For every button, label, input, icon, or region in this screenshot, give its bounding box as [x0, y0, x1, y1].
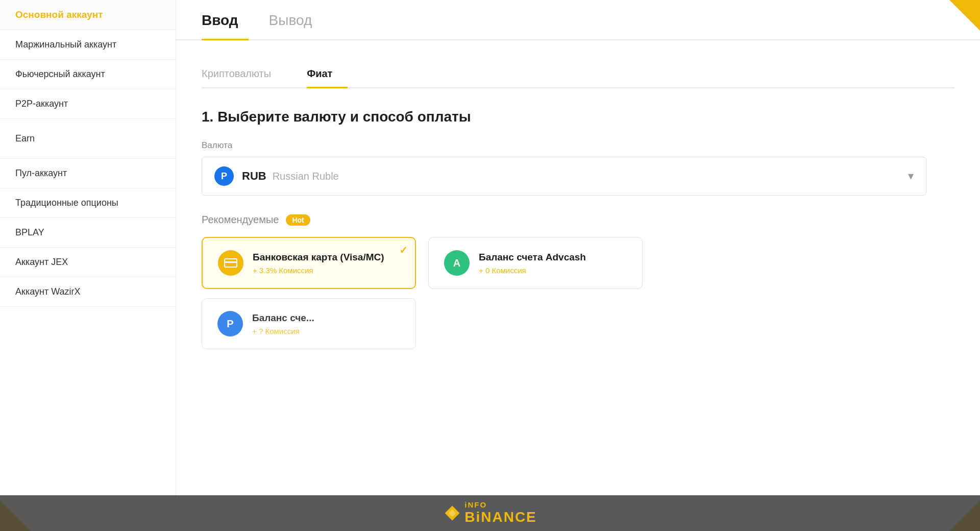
payment-card-bank[interactable]: Банковская карта (Visa/MC) + 3.3% Комисс… [202, 237, 416, 289]
sidebar-item-main-account[interactable]: Основной аккаунт [0, 0, 176, 30]
advcash-icon: A [444, 250, 470, 276]
partial-payment-fee: + ? Комиссия [252, 327, 314, 335]
currency-field-label: Валюта [202, 140, 954, 151]
bank-card-info: Банковская карта (Visa/MC) + 3.3% Комисс… [253, 252, 384, 275]
sidebar-item-wazirx-account[interactable]: Аккаунт WazirX [0, 277, 176, 307]
payment-card-advcash[interactable]: A Баланс счета Advcash + 0 Комиссия [428, 237, 643, 289]
currency-name: Russian Ruble [273, 171, 339, 182]
sidebar-item-bplay[interactable]: BPLAY [0, 218, 176, 248]
bank-card-fee: + 3.3% Комиссия [253, 266, 384, 275]
currency-code: RUB [242, 170, 266, 183]
tab-deposit[interactable]: Ввод [202, 0, 249, 40]
binance-logo: iNFO BiNANCE [443, 501, 537, 525]
bottom-overlay: iNFO BiNANCE [0, 495, 980, 531]
sidebar-item-margin-account[interactable]: Маржинальный аккаунт [0, 30, 176, 60]
tab-crypto[interactable]: Криптовалюты [202, 61, 286, 88]
advcash-name: Баланс счета Advcash [479, 252, 586, 263]
partial-payment-name: Баланс сче... [252, 312, 314, 324]
currency-selector[interactable]: P RUB Russian Ruble ▾ [202, 157, 926, 196]
sidebar-item-p2p-account[interactable]: P2P-аккаунт [0, 89, 176, 119]
tab-fiat[interactable]: Фиат [307, 61, 348, 88]
hot-badge: Hot [286, 214, 310, 226]
advcash-info: Баланс счета Advcash + 0 Комиссия [479, 252, 586, 275]
payment-cards: Банковская карта (Visa/MC) + 3.3% Комисс… [202, 237, 954, 289]
bottom-card-row: P Баланс сче... + ? Комиссия [202, 298, 954, 349]
currency-icon: P [214, 166, 234, 186]
recommended-label: Рекомендуемые [202, 214, 279, 226]
partial-payment-info: Баланс сче... + ? Комиссия [252, 312, 314, 335]
sidebar-item-futures-account[interactable]: Фьючерсный аккаунт [0, 60, 176, 89]
sidebar: Основной аккаунт Маржинальный аккаунт Фь… [0, 0, 176, 531]
binance-prefix-text: iNFO [464, 501, 537, 510]
sidebar-item-jex-account[interactable]: Аккаунт JEX [0, 248, 176, 277]
top-tabs: Ввод Вывод [176, 0, 980, 40]
sidebar-item-earn[interactable]: Earn [0, 119, 176, 159]
partial-payment-icon: P [217, 311, 243, 336]
section-heading: 1. Выберите валюту и способ оплаты [202, 109, 954, 125]
advcash-fee: + 0 Комиссия [479, 266, 586, 275]
inner-tabs: Криптовалюты Фиат [202, 61, 954, 88]
binance-diamond-icon [443, 504, 461, 522]
sidebar-item-traditional-options[interactable]: Традиционные опционы [0, 188, 176, 218]
svg-rect-1 [225, 261, 237, 263]
binance-main-text: BiNANCE [464, 510, 537, 525]
sidebar-item-pool-account[interactable]: Пул-аккаунт [0, 159, 176, 188]
chevron-down-icon: ▾ [908, 170, 914, 183]
content-area: Криптовалюты Фиат 1. Выберите валюту и с… [176, 40, 980, 531]
bank-card-name: Банковская карта (Visa/MC) [253, 252, 384, 263]
tab-withdraw[interactable]: Вывод [269, 0, 323, 40]
recommended-header: Рекомендуемые Hot [202, 214, 954, 226]
main-content: Ввод Вывод Криптовалюты Фиат 1. Выберите… [176, 0, 980, 531]
bank-card-icon [218, 250, 243, 276]
payment-card-partial[interactable]: P Баланс сче... + ? Комиссия [202, 298, 416, 349]
